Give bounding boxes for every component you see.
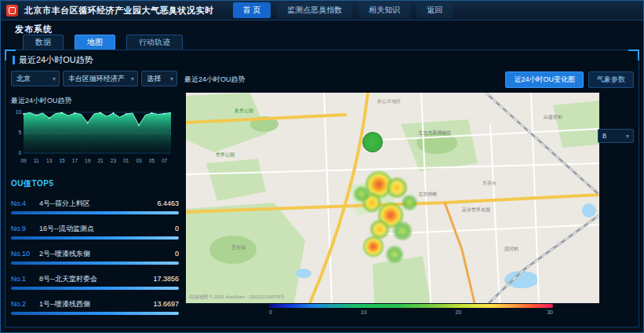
legend-tick: 10 <box>361 309 367 315</box>
top5-point-name: 16号--流动监测点 <box>39 224 175 234</box>
map-poi-label: 世界公园 <box>216 152 235 157</box>
top5-bar-track <box>11 262 179 265</box>
main-nav: 首 页监测点恶臭指数相关知识返回 <box>233 2 453 18</box>
nav-item-4[interactable]: 返回 <box>417 2 453 18</box>
panel-title-accent-icon <box>13 56 15 64</box>
heat-blob <box>386 246 403 263</box>
map-section-title: 最近24小时OU趋势 <box>184 75 246 85</box>
nav-item-1[interactable]: 首 页 <box>233 2 271 18</box>
legend-tick: 20 <box>455 309 461 315</box>
heat-blob <box>402 195 417 210</box>
heat-blob <box>393 221 412 240</box>
tab-3[interactable]: 行动轨迹 <box>126 35 183 50</box>
app-logo-icon <box>6 5 18 16</box>
top5-list: No.44号--筛分上料区6.4463No.916号--流动监测点0No.102… <box>11 199 179 315</box>
map-canvas[interactable]: 看丹公园郭公庄地区世界公园北京汽车博物馆大葆台花乡世界名园北京精雕团河村白盆窑村… <box>186 93 599 303</box>
svg-text:01: 01 <box>123 158 129 163</box>
view-tabs: 数据地图行动轨迹 <box>23 35 183 50</box>
legend-ticks: 0102030 <box>269 309 553 317</box>
heat-blob <box>354 186 369 202</box>
top5-value: 17.3856 <box>153 275 179 283</box>
top5-rank: No.9 <box>11 225 39 232</box>
svg-text:0: 0 <box>18 150 21 156</box>
top5-bar-track <box>11 236 179 240</box>
svg-text:05: 05 <box>149 158 155 163</box>
ou-color-legend: 0102030 <box>269 304 553 317</box>
map-poi-label: 白盆窑村 <box>544 115 562 119</box>
top5-point-name: 2号--喷漆线东侧 <box>39 249 175 259</box>
trend-chart-title: 最近24小时OU趋势 <box>11 96 179 106</box>
top5-item-2: No.916号--流动监测点0 <box>11 224 179 240</box>
svg-text:10: 10 <box>16 109 22 115</box>
tab-1[interactable]: 数据 <box>23 35 64 50</box>
nav-item-2[interactable]: 监测点恶臭指数 <box>277 2 352 18</box>
legend-gradient-bar <box>269 304 553 308</box>
map-button-2[interactable]: 气象参数 <box>588 71 634 88</box>
filter-select-value: 选择 <box>147 74 161 84</box>
pie-marker <box>362 132 383 152</box>
filter-select-2[interactable]: 丰台区循环经济产▾ <box>63 71 138 86</box>
top5-point-name: 8号--北天堂村委会 <box>39 274 153 284</box>
filter-select-1[interactable]: 北京▾ <box>11 71 60 86</box>
main-panel: 最近24小时OU趋势 北京▾丰台区循环经济产▾选择▾ 最近24小时OU趋势 05… <box>5 49 639 328</box>
top5-item-4: No.18号--北天堂村委会17.3856 <box>11 274 179 290</box>
panel-title-row: 最近24小时OU趋势 <box>13 54 93 66</box>
svg-text:17: 17 <box>72 158 78 163</box>
top5-row: No.102号--喷漆线东侧0 <box>11 249 179 259</box>
top5-value: 6.4463 <box>157 199 179 207</box>
svg-text:09: 09 <box>20 158 27 163</box>
top5-value: 0 <box>175 225 179 232</box>
top5-row: No.18号--北天堂村委会17.3856 <box>11 274 179 284</box>
top5-bar-fill <box>11 262 179 265</box>
svg-text:5: 5 <box>18 130 21 135</box>
map-button-1[interactable]: 近24小时OU变化图 <box>505 71 584 88</box>
svg-text:15: 15 <box>59 158 65 163</box>
svg-text:13: 13 <box>46 158 53 163</box>
map-buttons: 近24小时OU变化图气象参数 <box>505 71 634 88</box>
top5-bar-fill <box>11 287 179 290</box>
left-column: 北京▾丰台区循环经济产▾选择▾ 最近24小时OU趋势 0510091113151… <box>11 71 179 322</box>
top5-bar-track <box>11 287 179 290</box>
top5-rank: No.10 <box>11 250 39 258</box>
hour-select-value: 8 <box>602 132 606 140</box>
filter-select-value: 丰台区循环经济产 <box>68 74 125 84</box>
map-poi-label: 郭公庄地区 <box>377 99 401 104</box>
map-header: 最近24小时OU趋势 近24小时OU变化图气象参数 <box>184 71 634 88</box>
top-header: 北京市丰台区循环经济产业园大气恶臭状况实时 首 页监测点恶臭指数相关知识返回 <box>1 1 643 20</box>
heat-blob <box>387 177 407 198</box>
chevron-down-icon: ▾ <box>626 133 629 140</box>
filter-select-value: 北京 <box>16 74 31 84</box>
top5-bar-fill <box>11 236 179 240</box>
svg-text:19: 19 <box>85 158 91 163</box>
top5-bar-fill <box>11 312 179 315</box>
map-poi-label: 团河村 <box>504 247 518 251</box>
top5-point-name: 1号--喷漆线西侧 <box>39 299 153 309</box>
top5-title: OU值TOP5 <box>11 178 179 189</box>
svg-text:21: 21 <box>97 158 104 163</box>
top5-rank: No.1 <box>11 275 39 283</box>
svg-text:07: 07 <box>162 158 168 163</box>
heat-blob <box>363 236 384 257</box>
hour-select[interactable]: 8 ▾ <box>598 129 634 143</box>
top5-item-5: No.21号--喷漆线西侧13.6697 <box>11 299 179 315</box>
app-window: 北京市丰台区循环经济产业园大气恶臭状况实时 首 页监测点恶臭指数相关知识返回 发… <box>0 0 644 333</box>
panel-title: 最近24小时OU趋势 <box>19 54 93 66</box>
map-poi-label: 大葆台 <box>482 181 497 185</box>
legend-tick: 0 <box>269 309 272 315</box>
top5-row: No.44号--筛分上料区6.4463 <box>11 199 179 209</box>
top5-value: 13.6697 <box>153 300 179 308</box>
top5-row: No.21号--喷漆线西侧13.6697 <box>11 299 179 309</box>
filter-row: 北京▾丰台区循环经济产▾选择▾ <box>11 71 179 86</box>
top5-bar-track <box>11 211 179 214</box>
top5-item-3: No.102号--喷漆线东侧0 <box>11 249 179 265</box>
top5-item-1: No.44号--筛分上料区6.4463 <box>11 199 179 214</box>
map-attribution: 高德地图 © 2021 AutoNavi - GS(2021)6375号 <box>189 294 285 301</box>
filter-select-3[interactable]: 选择▾ <box>141 71 177 86</box>
chevron-down-icon: ▾ <box>131 75 134 82</box>
map-base-art <box>186 93 599 303</box>
map-poi-label: 花乡世界名园 <box>462 207 490 212</box>
top5-rank: No.4 <box>11 199 39 207</box>
nav-item-3[interactable]: 相关知识 <box>358 2 410 18</box>
top5-row: No.916号--流动监测点0 <box>11 224 179 234</box>
tab-2[interactable]: 地图 <box>75 35 115 50</box>
